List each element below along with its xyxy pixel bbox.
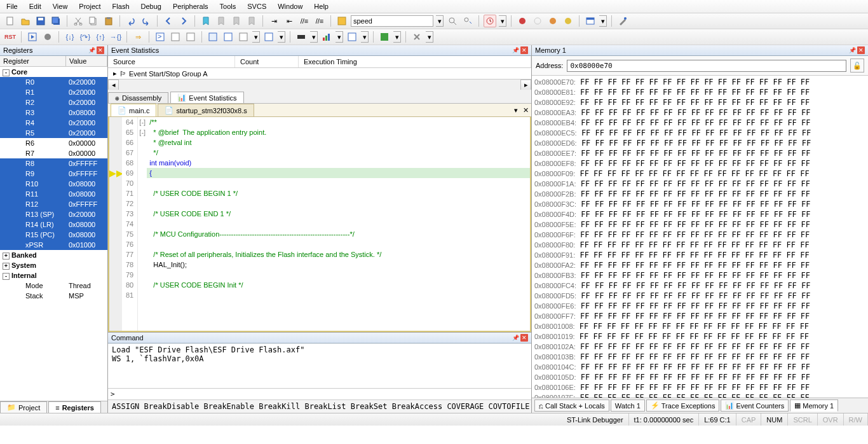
- uncomment-icon[interactable]: //≡: [313, 15, 326, 27]
- nav-forward-icon[interactable]: [177, 15, 190, 27]
- register-row[interactable]: R100x08000: [0, 179, 107, 189]
- breakpoint-enable-icon[interactable]: [546, 15, 559, 27]
- system-dropdown-icon[interactable]: ▾: [393, 31, 401, 43]
- analysis-window-icon[interactable]: [320, 31, 333, 43]
- registers-window-icon[interactable]: [207, 31, 219, 43]
- event-hscrollbar[interactable]: ◂ ▸: [108, 79, 531, 90]
- serial-dropdown-icon[interactable]: ▾: [310, 31, 318, 43]
- tab-memory1[interactable]: ▦Memory 1: [790, 399, 838, 412]
- outdent-icon[interactable]: ⇤: [283, 15, 295, 27]
- command-output[interactable]: Load "ESF Drive Flash\ESF Drive Flash.ax…: [108, 343, 531, 388]
- register-row[interactable]: StackMSP: [0, 291, 107, 301]
- show-next-icon[interactable]: ⇒: [132, 31, 144, 43]
- register-row[interactable]: R00x20000: [0, 77, 107, 87]
- tab-watch1[interactable]: Watch 1: [611, 399, 645, 412]
- file-tab-startup[interactable]: 📄startup_stm32f030x8.s: [158, 104, 254, 116]
- pin-icon[interactable]: 📌: [512, 334, 519, 342]
- close-icon[interactable]: ✕: [520, 334, 528, 342]
- tab-callstack[interactable]: ⎌Call Stack + Locals: [534, 399, 609, 412]
- command-input[interactable]: [115, 390, 529, 398]
- col-count[interactable]: Count: [235, 56, 299, 67]
- tab-project[interactable]: 📁Project: [0, 401, 47, 413]
- copy-icon[interactable]: [87, 15, 100, 27]
- toolbox-dropdown-icon[interactable]: ▾: [426, 31, 433, 43]
- search-input[interactable]: [351, 15, 433, 27]
- find-next-icon[interactable]: [461, 15, 474, 27]
- code-editor[interactable]: ▶▶ 646566676869707172737475767778798081 …: [108, 117, 531, 332]
- analysis-dropdown-icon[interactable]: ▾: [336, 31, 343, 43]
- indent-icon[interactable]: ⇥: [268, 15, 280, 27]
- pin-icon[interactable]: 📌: [512, 46, 519, 54]
- debug-icon[interactable]: [484, 15, 496, 27]
- search-dropdown-icon[interactable]: ▾: [436, 15, 444, 27]
- expand-icon[interactable]: ▸: [113, 69, 117, 78]
- pin-icon[interactable]: 📌: [848, 46, 856, 54]
- command-suggestions[interactable]: ASSIGN BreakDisable BreakEnable BreakKil…: [108, 399, 531, 413]
- close-icon[interactable]: ✕: [857, 46, 865, 54]
- register-row[interactable]: R13 (SP)0x20000: [0, 209, 107, 219]
- register-row[interactable]: R20x20000: [0, 97, 107, 108]
- bookmark-clear-icon[interactable]: [245, 15, 258, 27]
- register-row[interactable]: R80xFFFFF: [0, 158, 107, 169]
- callstack-window-icon[interactable]: [222, 31, 234, 43]
- watch-dropdown-icon[interactable]: ▾: [252, 31, 260, 43]
- memory-dropdown-icon[interactable]: ▾: [278, 31, 285, 43]
- close-icon[interactable]: ✕: [520, 46, 528, 54]
- bookmark-icon[interactable]: [200, 15, 212, 27]
- close-tab-icon[interactable]: ✕: [523, 106, 529, 114]
- scroll-right-icon[interactable]: ▸: [520, 80, 531, 90]
- step-out-icon[interactable]: {↑}: [94, 31, 107, 43]
- cut-icon[interactable]: [72, 15, 85, 27]
- nav-back-icon[interactable]: [162, 15, 175, 27]
- lock-icon[interactable]: 🔓: [850, 59, 864, 73]
- watch-window-icon[interactable]: [237, 31, 250, 43]
- menu-help[interactable]: Help: [314, 3, 329, 10]
- col-timing[interactable]: Execution Timing: [299, 56, 531, 67]
- bookmark-next-icon[interactable]: [230, 15, 243, 27]
- col-source[interactable]: Source: [108, 56, 235, 67]
- stop-icon[interactable]: [41, 31, 54, 43]
- run-icon[interactable]: [26, 31, 39, 43]
- comment-icon[interactable]: //≡: [298, 15, 311, 27]
- menu-view[interactable]: View: [53, 3, 68, 10]
- tab-dropdown-icon[interactable]: ▾: [514, 106, 518, 114]
- register-row[interactable]: R70x00000: [0, 148, 107, 158]
- register-row[interactable]: ModeThread: [0, 281, 107, 291]
- toolbox-icon[interactable]: [410, 31, 423, 43]
- register-row[interactable]: R14 (LR)0x08000: [0, 219, 107, 230]
- register-row[interactable]: R40x20000: [0, 118, 107, 128]
- register-row[interactable]: R10x20000: [0, 87, 107, 97]
- pin-icon[interactable]: 📌: [88, 46, 95, 54]
- save-icon[interactable]: [34, 15, 47, 27]
- register-row[interactable]: R15 (PC)0x08000: [0, 230, 107, 240]
- paste-icon[interactable]: [102, 15, 115, 27]
- registers-tree[interactable]: -CoreR00x20000R10x20000R20x20000R30x0800…: [0, 67, 107, 401]
- redo-icon[interactable]: [140, 15, 153, 27]
- value-col-header[interactable]: Value: [66, 56, 107, 66]
- bookmark-prev-icon[interactable]: [215, 15, 227, 27]
- register-row[interactable]: xPSR0x01000: [0, 240, 107, 250]
- menu-tools[interactable]: Tools: [220, 3, 236, 10]
- menu-project[interactable]: Project: [79, 3, 100, 10]
- register-row[interactable]: R60x00000: [0, 138, 107, 148]
- menu-svcs[interactable]: SVCS: [247, 3, 266, 10]
- debug-dropdown-icon[interactable]: ▾: [499, 15, 506, 27]
- memory-dump[interactable]: 0x08000E70: FF FF FF FF FF FF FF FF FF F…: [532, 76, 868, 398]
- step-over-icon[interactable]: {↷}: [79, 31, 92, 43]
- new-file-icon[interactable]: [4, 15, 17, 27]
- memory-window-icon[interactable]: [262, 31, 275, 43]
- reset-icon[interactable]: RST: [4, 31, 17, 43]
- trace-window-icon[interactable]: [346, 31, 358, 43]
- menu-peripherals[interactable]: Peripherals: [173, 3, 208, 10]
- save-all-icon[interactable]: [50, 15, 62, 27]
- system-viewer-icon[interactable]: [378, 31, 391, 43]
- register-row[interactable]: R50x20000: [0, 128, 107, 138]
- command-window-icon[interactable]: >: [154, 31, 166, 43]
- undo-icon[interactable]: [125, 15, 137, 27]
- tab-event-statistics[interactable]: 📊Event Statistics: [170, 92, 243, 103]
- breakpoint-disable-icon[interactable]: [531, 15, 544, 27]
- tab-registers[interactable]: ≡Registers: [48, 401, 101, 413]
- symbols-window-icon[interactable]: [184, 31, 197, 43]
- tab-event-counters[interactable]: 📊Event Counters: [721, 399, 789, 412]
- window-dropdown-icon[interactable]: ▾: [599, 15, 607, 27]
